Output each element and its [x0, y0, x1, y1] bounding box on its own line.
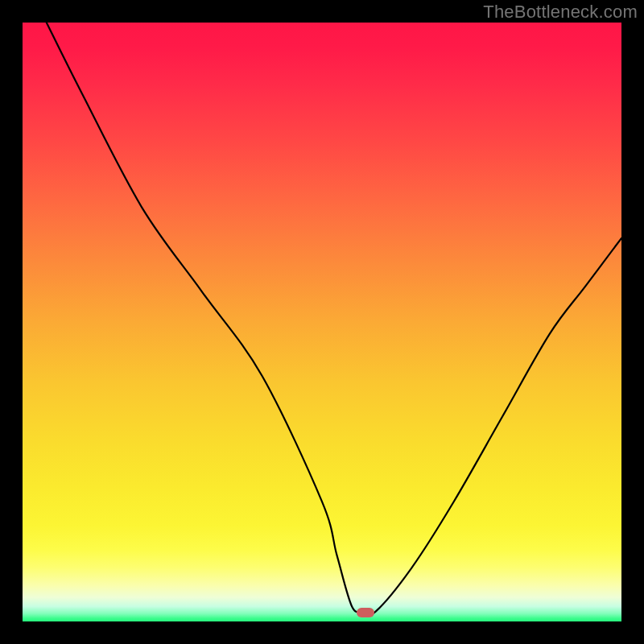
chart-plot-area [23, 23, 621, 621]
optimal-marker [357, 608, 374, 617]
watermark-text: TheBottleneck.com [483, 2, 638, 23]
bottleneck-curve [23, 23, 621, 621]
